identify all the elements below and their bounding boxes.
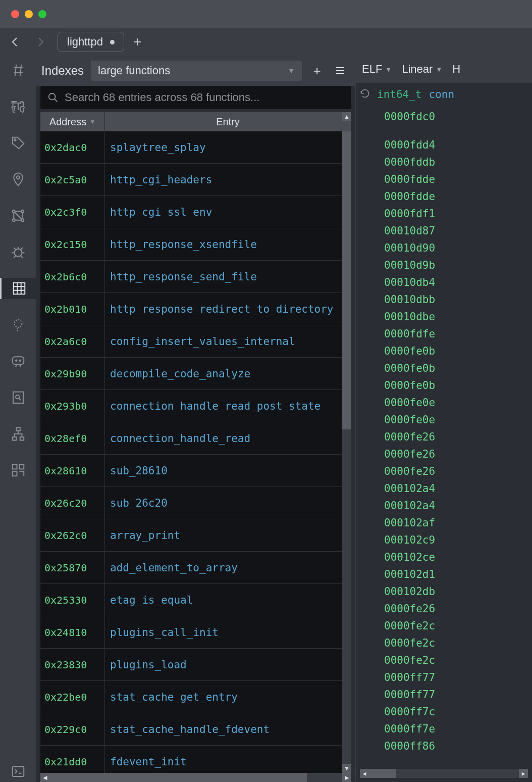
scrollbar-thumb[interactable] xyxy=(342,131,351,429)
table-row[interactable]: 0x23830plugins_load xyxy=(40,649,351,681)
cell-address: 0x2dac0 xyxy=(40,131,105,163)
table-row[interactable]: 0x2b6c0http_response_send_file xyxy=(40,261,351,293)
table-row[interactable]: 0x2c5a0http_cgi_headers xyxy=(40,164,351,196)
disasm-address[interactable]: 0000ff77 xyxy=(384,669,532,686)
table-row[interactable]: 0x29b90decompile_code_analyze xyxy=(40,358,351,390)
disasm-address[interactable]: 0000fe26 xyxy=(384,446,532,463)
disasm-address[interactable]: 000102c9 xyxy=(384,531,532,549)
disasm-address[interactable]: 0000fe2c xyxy=(384,617,532,634)
refresh-icon[interactable] xyxy=(360,88,370,101)
sidebar-item-chat[interactable] xyxy=(8,351,29,372)
disasm-address[interactable]: 00010db4 xyxy=(384,274,532,291)
disasm-address[interactable]: 0000fe0b xyxy=(384,343,532,360)
disasm-horizontal-scrollbar[interactable]: ◀ ▶ xyxy=(360,769,528,778)
svg-rect-17 xyxy=(20,437,24,440)
disasm-address[interactable]: 0000fdc0 xyxy=(384,108,532,125)
table-row[interactable]: 0x21dd0fdevent_init xyxy=(40,746,351,773)
table-row[interactable]: 0x25330etag_is_equal xyxy=(40,584,351,616)
disasm-address[interactable]: 00010d87 xyxy=(384,222,532,239)
disasm-address[interactable]: 0000fdf1 xyxy=(384,205,532,222)
disasm-address[interactable]: 0000ff86 xyxy=(384,738,532,755)
table-row[interactable]: 0x293b0connection_handle_read_post_state xyxy=(40,390,351,422)
disasm-address[interactable]: 0000fe26 xyxy=(384,428,532,446)
table-row[interactable]: 0x28610sub_28610 xyxy=(40,455,351,487)
view-dropdown[interactable]: Linear ▼ xyxy=(402,63,442,76)
disasm-address[interactable]: 000102db xyxy=(384,583,532,600)
table-row[interactable]: 0x26c20sub_26c20 xyxy=(40,487,351,519)
table-row[interactable]: 0x2c150http_response_xsendfile xyxy=(40,228,351,261)
index-type-dropdown[interactable]: large functions ▼ xyxy=(91,61,302,81)
disasm-address[interactable]: 0000fe26 xyxy=(384,600,532,617)
disasm-address[interactable]: 0000fe2c xyxy=(384,634,532,652)
sidebar-item-location[interactable] xyxy=(8,169,29,190)
sidebar-item-tags[interactable] xyxy=(8,132,29,154)
scroll-up-button[interactable]: ▲ xyxy=(342,112,351,121)
table-row[interactable]: 0x2dac0splaytree_splay xyxy=(40,131,351,164)
disasm-address[interactable]: 0000fdd4 xyxy=(384,136,532,154)
add-index-button[interactable]: + xyxy=(309,63,325,79)
disasm-address[interactable]: 0000fe0e xyxy=(384,394,532,411)
disasm-address[interactable]: 000102a4 xyxy=(384,497,532,514)
disasm-address[interactable]: 00010dbb xyxy=(384,291,532,308)
tab-lighttpd[interactable]: lighttpd xyxy=(58,32,124,52)
sidebar-item-bugs[interactable] xyxy=(8,241,29,263)
sidebar-item-graph[interactable] xyxy=(8,205,29,226)
disasm-address[interactable]: 0000fe26 xyxy=(384,463,532,480)
extra-dropdown[interactable]: H xyxy=(452,63,460,76)
disasm-address[interactable]: 0000fe0e xyxy=(384,411,532,428)
scroll-right-button[interactable]: ▶ xyxy=(342,773,351,782)
table-row[interactable]: 0x28ef0connection_handle_read xyxy=(40,422,351,455)
disasm-address[interactable]: 0000fddb xyxy=(384,154,532,171)
add-tab-button[interactable]: + xyxy=(133,34,141,50)
nav-back-button[interactable] xyxy=(7,34,23,50)
search-bar[interactable] xyxy=(40,86,351,109)
disasm-address[interactable]: 00010d9b xyxy=(384,257,532,274)
disasm-address[interactable]: 000102ce xyxy=(384,549,532,566)
disasm-address[interactable]: 0000fe0b xyxy=(384,360,532,377)
close-window-button[interactable] xyxy=(11,10,19,18)
search-input[interactable] xyxy=(65,91,344,104)
disasm-address[interactable]: 0000fdfe xyxy=(384,325,532,343)
disasm-address[interactable]: 0000fdde xyxy=(384,188,532,205)
menu-button[interactable] xyxy=(332,63,348,79)
table-row[interactable]: 0x22be0stat_cache_get_entry xyxy=(40,681,351,713)
minimize-window-button[interactable] xyxy=(25,10,33,18)
format-dropdown[interactable]: ELF ▼ xyxy=(362,63,392,76)
disasm-address[interactable]: 0000ff7e xyxy=(384,720,532,738)
disasm-address[interactable]: 0000fe0b xyxy=(384,377,532,394)
sidebar-item-terminal[interactable] xyxy=(8,761,29,782)
disasm-address[interactable]: 000102af xyxy=(384,514,532,531)
vertical-scrollbar[interactable] xyxy=(342,131,351,773)
table-row[interactable]: 0x229c0stat_cache_handle_fdevent xyxy=(40,713,351,746)
table-row[interactable]: 0x262c0array_print xyxy=(40,519,351,552)
scroll-left-button[interactable]: ◀ xyxy=(40,773,49,782)
disasm-address[interactable]: 00010dbe xyxy=(384,308,532,325)
table-row[interactable]: 0x2c3f0http_cgi_ssl_env xyxy=(40,196,351,228)
disasm-address[interactable]: 0000ff7c xyxy=(384,703,532,720)
table-row[interactable]: 0x24810plugins_call_init xyxy=(40,616,351,649)
table-row[interactable]: 0x25870add_element_to_array xyxy=(40,552,351,584)
sidebar-item-layout[interactable] xyxy=(8,460,29,481)
column-header-entry[interactable]: Entry xyxy=(105,112,351,131)
zoom-window-button[interactable] xyxy=(38,10,46,18)
column-header-address[interactable]: Address ▼ xyxy=(40,112,105,131)
sidebar-item-lightbulb[interactable] xyxy=(8,314,29,335)
sidebar-item-search-doc[interactable] xyxy=(8,387,29,408)
scroll-down-button[interactable]: ▼ xyxy=(342,764,351,773)
sidebar-item-types[interactable]: T {T} xyxy=(8,96,29,117)
disasm-address[interactable]: 000102a4 xyxy=(384,480,532,497)
disasm-address[interactable]: 000102d1 xyxy=(384,566,532,583)
sidebar-item-hash[interactable] xyxy=(8,60,29,81)
sidebar-item-hierarchy[interactable] xyxy=(8,423,29,445)
disasm-address[interactable]: 00010d90 xyxy=(384,239,532,257)
disasm-address[interactable]: 0000ff77 xyxy=(384,686,532,703)
horizontal-scrollbar[interactable]: ◀ ▶ xyxy=(40,773,351,782)
disasm-address[interactable]: 0000fdde xyxy=(384,171,532,188)
nav-forward-button[interactable] xyxy=(32,34,48,50)
disasm-address[interactable]: 0000fe2c xyxy=(384,652,532,669)
table-row[interactable]: 0x2b010http_response_redirect_to_directo… xyxy=(40,293,351,325)
table-row[interactable]: 0x2a6c0config_insert_values_internal xyxy=(40,325,351,358)
scroll-right-button[interactable]: ▶ xyxy=(519,769,528,778)
scroll-left-button[interactable]: ◀ xyxy=(360,769,369,778)
sidebar-item-indexes[interactable] xyxy=(0,278,36,299)
